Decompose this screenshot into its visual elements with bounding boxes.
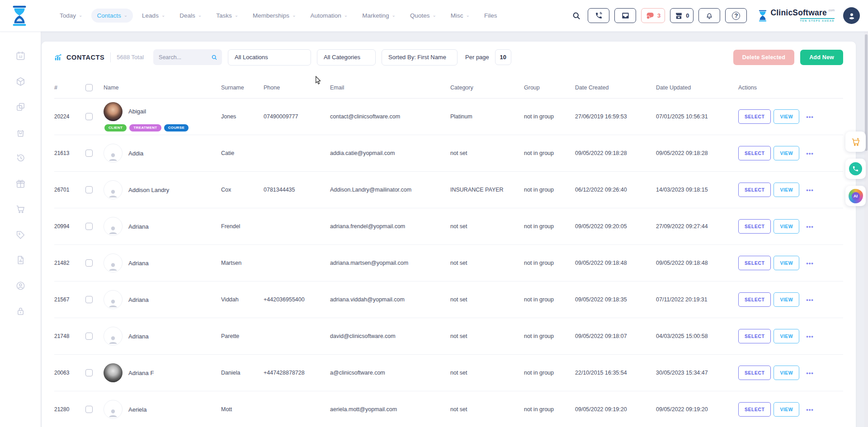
view-button[interactable]: VIEW [774, 146, 799, 160]
bag-icon[interactable] [15, 127, 26, 138]
row-more-icon[interactable]: ••• [806, 406, 814, 413]
contact-first-name[interactable]: Abigail [128, 108, 146, 115]
view-button[interactable]: VIEW [774, 109, 799, 124]
contact-date-updated: 14/03/2023 09:18:15 [656, 172, 738, 208]
nav-item-marketing[interactable]: Marketing⌄ [357, 9, 401, 23]
row-more-icon[interactable]: ••• [806, 187, 814, 193]
package-icon[interactable] [15, 76, 26, 87]
nav-item-tasks[interactable]: Tasks⌄ [211, 9, 244, 23]
contact-first-name[interactable]: Adriana [128, 333, 149, 340]
add-new-button[interactable]: Add New [800, 50, 843, 65]
nav-item-quotes[interactable]: Quotes⌄ [405, 9, 442, 23]
select-button[interactable]: SELECT [738, 402, 771, 417]
contacts-card: CONTACTS 5688 Total All Locations All Ca… [42, 42, 856, 427]
lock-icon[interactable] [15, 306, 26, 316]
select-button[interactable]: SELECT [738, 183, 771, 197]
inbox-button[interactable] [614, 8, 636, 23]
dialer-button[interactable] [588, 8, 609, 23]
select-button[interactable]: SELECT [738, 256, 771, 270]
floating-cart-widget[interactable] [845, 131, 866, 152]
contact-date-updated: 09/05/2022 09:18:28 [656, 135, 738, 172]
contact-tag: CLIENT [104, 124, 127, 131]
row-more-icon[interactable]: ••• [806, 370, 814, 376]
history-icon[interactable] [15, 153, 26, 163]
notifications-button[interactable] [698, 8, 720, 23]
view-button[interactable]: VIEW [774, 329, 799, 343]
row-more-icon[interactable]: ••• [806, 113, 814, 120]
select-all-checkbox[interactable] [85, 84, 93, 91]
chat-notifications-button[interactable]: 3 [641, 8, 665, 23]
gift-icon[interactable] [15, 178, 26, 189]
row-more-icon[interactable]: ••• [806, 223, 814, 230]
row-checkbox[interactable] [85, 406, 93, 413]
cart-icon[interactable] [15, 204, 26, 214]
copy-icon[interactable] [15, 102, 26, 112]
row-more-icon[interactable]: ••• [806, 333, 814, 340]
select-button[interactable]: SELECT [738, 219, 771, 234]
row-checkbox[interactable] [85, 369, 93, 376]
contact-first-name[interactable]: Adriana F [128, 370, 154, 376]
row-checkbox[interactable] [85, 259, 93, 267]
contact-first-name[interactable]: Addia [128, 150, 143, 157]
contact-email: adriana.martsen@yopmail.com [330, 245, 450, 282]
contact-first-name[interactable]: Adriana [128, 296, 149, 303]
scrollbar-thumb[interactable] [865, 34, 868, 151]
search-icon[interactable] [572, 11, 581, 20]
nav-item-misc[interactable]: Misc⌄ [445, 9, 475, 23]
avatar [104, 400, 123, 419]
contact-first-name[interactable]: Adriana [128, 260, 149, 267]
select-button[interactable]: SELECT [738, 146, 771, 160]
categories-select-value: All Categories [324, 54, 360, 61]
per-page-input[interactable] [495, 49, 511, 65]
vertical-scrollbar[interactable] [864, 32, 868, 427]
row-checkbox[interactable] [85, 113, 93, 120]
view-button[interactable]: VIEW [774, 256, 799, 270]
nav-item-deals[interactable]: Deals⌄ [174, 9, 207, 23]
select-button[interactable]: SELECT [738, 109, 771, 124]
user-circle-icon[interactable] [15, 281, 26, 291]
contact-first-name[interactable]: Adriana [128, 223, 149, 230]
floating-whatsapp-widget[interactable] [845, 159, 866, 179]
row-checkbox[interactable] [85, 223, 93, 230]
select-button[interactable]: SELECT [738, 292, 771, 307]
help-button[interactable]: ? [725, 8, 747, 23]
search-input[interactable] [159, 54, 211, 61]
row-more-icon[interactable]: ••• [806, 150, 814, 157]
delete-selected-button[interactable]: Delete Selected [733, 50, 794, 65]
search-icon[interactable] [211, 54, 217, 61]
app-logo-icon[interactable] [11, 5, 28, 26]
row-checkbox[interactable] [85, 150, 93, 157]
nav-item-today[interactable]: Today⌄ [54, 9, 88, 23]
nav-item-contacts[interactable]: Contacts⌄ [91, 9, 133, 23]
locations-select[interactable]: All Locations [228, 49, 311, 66]
row-more-icon[interactable]: ••• [806, 260, 814, 267]
contact-first-name[interactable]: Addison Landry [128, 187, 169, 193]
store-count-badge: 0 [686, 12, 689, 19]
user-avatar[interactable] [843, 7, 860, 24]
view-button[interactable]: VIEW [774, 292, 799, 307]
view-button[interactable]: VIEW [774, 366, 799, 380]
brand-logo[interactable]: ClinicSoftware .com TEN STEPS AHEAD [758, 9, 835, 22]
sort-select[interactable]: Sorted By: First Name [382, 49, 458, 66]
nav-item-files[interactable]: Files [479, 9, 503, 23]
nav-item-memberships[interactable]: Memberships⌄ [247, 9, 301, 23]
view-button[interactable]: VIEW [774, 219, 799, 234]
row-checkbox[interactable] [85, 186, 93, 193]
row-checkbox[interactable] [85, 333, 93, 340]
categories-select[interactable]: All Categories [317, 49, 376, 66]
contact-first-name[interactable]: Aeriela [128, 406, 146, 413]
row-more-icon[interactable]: ••• [806, 296, 814, 303]
select-button[interactable]: SELECT [738, 329, 771, 343]
view-button[interactable]: VIEW [774, 402, 799, 417]
nav-item-leads[interactable]: Leads⌄ [137, 9, 170, 23]
report-icon[interactable] [15, 255, 26, 265]
price-tag-icon[interactable]: $ [15, 230, 26, 240]
calendar-icon[interactable]: 12 [15, 51, 26, 61]
store-button[interactable]: 0 [670, 8, 693, 23]
row-checkbox[interactable] [85, 296, 93, 303]
contact-group: not in group [524, 208, 575, 245]
select-button[interactable]: SELECT [738, 366, 771, 380]
floating-ai-widget[interactable]: AI [845, 186, 866, 206]
view-button[interactable]: VIEW [774, 183, 799, 197]
nav-item-automation[interactable]: Automation⌄ [305, 9, 354, 23]
